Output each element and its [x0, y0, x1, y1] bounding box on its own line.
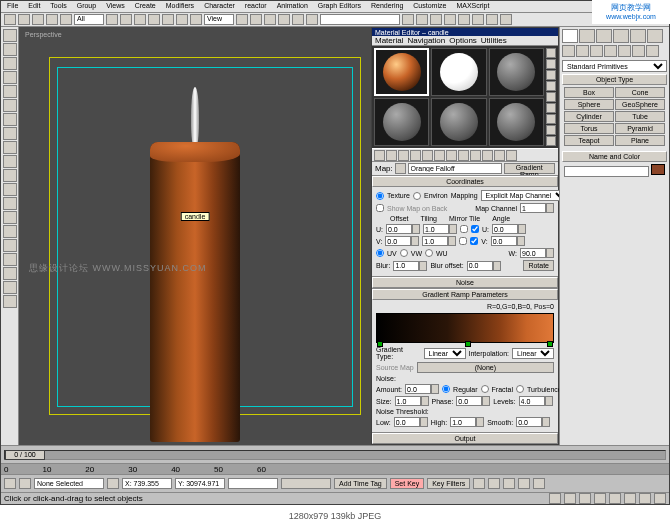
percent-snap-icon[interactable]	[292, 14, 304, 25]
select-by-mat-icon[interactable]	[546, 125, 556, 135]
make-unique-icon[interactable]	[434, 150, 445, 161]
ref-coord-system[interactable]: View	[204, 14, 234, 25]
texture-radio[interactable]	[376, 192, 384, 200]
noise-phase-spinner[interactable]	[456, 396, 482, 406]
gradient-handle[interactable]	[547, 341, 553, 347]
regular-radio[interactable]	[442, 385, 450, 393]
spacewarps-cat-icon[interactable]	[632, 45, 645, 57]
show-end-result-icon[interactable]	[482, 150, 493, 161]
gradient-ramp-bar[interactable]	[376, 313, 554, 343]
align-icon[interactable]	[416, 14, 428, 25]
noise-size-spinner[interactable]	[395, 396, 421, 406]
mat-menu-navigation[interactable]: Navigation	[407, 36, 445, 45]
material-slot-5[interactable]	[431, 98, 486, 146]
box-button[interactable]: Box	[564, 87, 614, 98]
window-crossing-icon[interactable]	[148, 14, 160, 25]
pyramid-button[interactable]: Pyramid	[615, 123, 665, 134]
bind-icon[interactable]	[60, 14, 72, 25]
material-slot-1[interactable]	[374, 48, 429, 96]
undo-icon[interactable]	[4, 14, 16, 25]
reactor-rigid-icon[interactable]	[3, 29, 17, 42]
geometry-cat-icon[interactable]	[562, 45, 575, 57]
reactor-property-icon[interactable]	[3, 211, 17, 224]
mat-menu-material[interactable]: Material	[375, 36, 403, 45]
snap-icon[interactable]	[264, 14, 276, 25]
menu-customize[interactable]: Customize	[410, 1, 449, 12]
reactor-util1-icon[interactable]	[3, 281, 17, 294]
reactor-util2-icon[interactable]	[3, 295, 17, 308]
mat-menu-utilities[interactable]: Utilities	[481, 36, 507, 45]
reactor-spring-icon[interactable]	[3, 113, 17, 126]
material-slot-3[interactable]	[489, 48, 544, 96]
blur-spinner[interactable]	[393, 261, 419, 271]
u-angle-spinner[interactable]	[492, 224, 518, 234]
layers-icon[interactable]	[430, 14, 442, 25]
u-tile-check[interactable]	[471, 225, 479, 233]
z-coord-input[interactable]	[228, 478, 278, 489]
v-tiling-spinner[interactable]	[422, 236, 448, 246]
zoom-icon[interactable]	[579, 493, 591, 504]
make-preview-icon[interactable]	[546, 103, 556, 113]
menu-modifiers[interactable]: Modifiers	[163, 1, 197, 12]
manipulate-icon[interactable]	[250, 14, 262, 25]
u-offset-spinner[interactable]	[386, 224, 412, 234]
spinner-snap-icon[interactable]	[306, 14, 318, 25]
backlight-icon[interactable]	[546, 59, 556, 69]
rotate-icon[interactable]	[176, 14, 188, 25]
make-copy-icon[interactable]	[422, 150, 433, 161]
arc-rotate-icon[interactable]	[564, 493, 576, 504]
material-editor-icon[interactable]	[472, 14, 484, 25]
reactor-water-icon[interactable]	[3, 197, 17, 210]
min-max-toggle-icon[interactable]	[654, 493, 666, 504]
selection-filter[interactable]: All	[74, 14, 104, 25]
move-icon[interactable]	[162, 14, 174, 25]
create-tab-icon[interactable]	[562, 29, 578, 43]
plane-button[interactable]: Plane	[615, 135, 665, 146]
named-selection[interactable]	[320, 14, 400, 25]
next-frame-icon[interactable]	[518, 478, 530, 489]
lights-cat-icon[interactable]	[590, 45, 603, 57]
geosphere-button[interactable]: GeoSphere	[615, 99, 665, 110]
object-type-header[interactable]: Object Type	[562, 74, 667, 85]
source-map-button[interactable]: (None)	[417, 362, 554, 373]
track-bar[interactable]: 0 10 20 30 40 50 60	[1, 463, 669, 474]
fractal-radio[interactable]	[481, 385, 489, 393]
absolute-mode-icon[interactable]	[107, 478, 119, 489]
background-icon[interactable]	[546, 70, 556, 80]
material-slot-2[interactable]	[431, 48, 486, 96]
object-name-input[interactable]	[564, 166, 649, 177]
environ-radio[interactable]	[413, 192, 421, 200]
map-channel-spinner[interactable]	[520, 203, 546, 213]
reactor-create-icon[interactable]	[3, 239, 17, 252]
map-name-input[interactable]	[408, 163, 502, 174]
menu-file[interactable]: File	[4, 1, 21, 12]
material-slot-6[interactable]	[489, 98, 544, 146]
display-tab-icon[interactable]	[630, 29, 646, 43]
pick-map-icon[interactable]	[395, 163, 406, 174]
show-map-back-check[interactable]	[376, 204, 384, 212]
primitive-category-select[interactable]: Standard Primitives	[562, 60, 667, 72]
output-rollout-header[interactable]: Output	[372, 433, 558, 444]
reactor-analyze-icon[interactable]	[3, 253, 17, 266]
thresh-low-spinner[interactable]	[394, 417, 420, 427]
thresh-high-spinner[interactable]	[450, 417, 476, 427]
name-color-header[interactable]: Name and Color	[562, 151, 667, 162]
put-to-scene-icon[interactable]	[386, 150, 397, 161]
uv-radio[interactable]	[376, 249, 384, 257]
reactor-cloth-icon[interactable]	[3, 43, 17, 56]
rotate-button[interactable]: Rotate	[523, 260, 554, 271]
goto-start-icon[interactable]	[473, 478, 485, 489]
put-to-library-icon[interactable]	[446, 150, 457, 161]
reactor-export-icon[interactable]	[3, 267, 17, 280]
reset-map-icon[interactable]	[410, 150, 421, 161]
key-filters-button[interactable]: Key Filters	[427, 478, 470, 489]
gradient-handle[interactable]	[465, 341, 471, 347]
cone-button[interactable]: Cone	[615, 87, 665, 98]
v-mirror-check[interactable]	[459, 237, 467, 245]
schematic-icon[interactable]	[458, 14, 470, 25]
main-menubar[interactable]: File Edit Tools Group Views Create Modif…	[1, 1, 669, 13]
tube-button[interactable]: Tube	[615, 111, 665, 122]
zoom-extents-icon[interactable]	[609, 493, 621, 504]
teapot-button[interactable]: Teapot	[564, 135, 614, 146]
reactor-fracture-icon[interactable]	[3, 183, 17, 196]
